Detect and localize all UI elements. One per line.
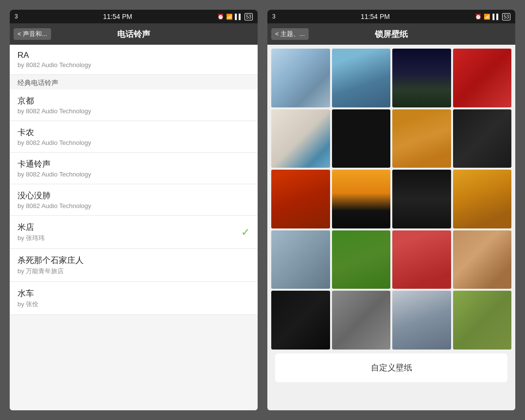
status-time: 11:54 PM: [103, 13, 132, 20]
right-nav-bar: < 主题、... 锁屏壁纸: [267, 23, 515, 45]
item-title: 水车: [18, 288, 38, 299]
status-right: ⏰ 📶 ▌▌ 53: [475, 13, 510, 20]
signal-number: 3: [272, 13, 276, 20]
wallpaper-grid-container[interactable]: 自定义壁纸: [267, 45, 515, 410]
wifi-icon: 📶: [484, 14, 490, 20]
item-title: 卡农: [18, 127, 91, 138]
item-title: 米店: [18, 222, 45, 233]
wallpaper-grid: [271, 49, 511, 350]
signal-number: 3: [15, 13, 18, 20]
wallpaper-item[interactable]: [332, 109, 391, 168]
wallpaper-item[interactable]: [392, 170, 451, 228]
section-title: 经典电话铃声: [18, 79, 58, 87]
list-item[interactable]: 卡通铃声 by 8082 Audio Technology: [10, 153, 258, 184]
left-phone: 3 11:54 PM ⏰ 📶 ▌▌ 53 < 声音和... 电话铃声 RA by…: [10, 10, 258, 410]
screen-wrapper: 3 11:54 PM ⏰ 📶 ▌▌ 53 < 声音和... 电话铃声 RA by…: [0, 0, 525, 420]
battery-indicator: 53: [502, 13, 510, 20]
wallpaper-item[interactable]: [271, 291, 330, 350]
item-subtitle: by 张玮玮: [18, 234, 45, 243]
left-back-button[interactable]: < 声音和...: [14, 28, 51, 40]
wallpaper-item[interactable]: [392, 230, 451, 289]
wallpaper-item[interactable]: [332, 170, 391, 228]
left-status-bar: 3 11:54 PM ⏰ 📶 ▌▌ 53: [10, 10, 258, 23]
list-item[interactable]: 水车 by 张佺: [10, 282, 258, 315]
left-nav-title: 电话铃声: [117, 29, 150, 40]
left-nav-bar: < 声音和... 电话铃声: [10, 23, 258, 45]
wallpaper-item[interactable]: [392, 49, 451, 107]
list-item[interactable]: 没心没肺 by 8082 Audio Technology: [10, 184, 258, 216]
list-item-selected[interactable]: 米店 by 张玮玮 ✓: [10, 216, 258, 249]
right-back-button[interactable]: < 主题、...: [271, 28, 309, 40]
wallpaper-item[interactable]: [453, 230, 512, 289]
status-left: 3: [15, 13, 18, 20]
battery-indicator: 53: [245, 13, 253, 20]
item-title: 卡通铃声: [18, 158, 91, 170]
status-left: 3: [272, 13, 276, 20]
item-title: RA: [18, 51, 91, 60]
wallpaper-item[interactable]: [332, 49, 391, 107]
ringtone-list[interactable]: RA by 8082 Audio Technology 经典电话铃声 京都 by…: [10, 45, 258, 410]
status-time: 11:54 PM: [361, 13, 390, 20]
wallpaper-item[interactable]: [453, 109, 512, 168]
right-nav-title: 锁屏壁纸: [375, 29, 408, 40]
item-subtitle: by 8082 Audio Technology: [18, 139, 91, 146]
wifi-icon: 📶: [226, 14, 233, 20]
wallpaper-item[interactable]: [332, 230, 391, 289]
signal-icon: ▌▌: [235, 14, 243, 19]
wallpaper-item[interactable]: [271, 49, 330, 107]
item-title: 没心没肺: [18, 190, 91, 201]
right-status-bar: 3 11:54 PM ⏰ 📶 ▌▌ 53: [267, 10, 515, 23]
alarm-icon: ⏰: [475, 14, 482, 20]
wallpaper-item[interactable]: [453, 170, 512, 228]
item-subtitle: by 8082 Audio Technology: [18, 107, 91, 115]
item-subtitle: by 8082 Audio Technology: [18, 202, 91, 210]
wallpaper-item[interactable]: [392, 291, 451, 350]
signal-icon: ▌▌: [492, 14, 500, 19]
wallpaper-item[interactable]: [453, 291, 512, 350]
item-title: 杀死那个石家庄人: [18, 255, 84, 266]
item-subtitle: by 8082 Audio Technology: [18, 61, 91, 69]
list-item[interactable]: 杀死那个石家庄人 by 万能青年旅店: [10, 249, 258, 282]
checkmark-icon: ✓: [241, 226, 250, 239]
section-header: 经典电话铃声: [10, 75, 258, 89]
wallpaper-item[interactable]: [392, 109, 451, 168]
list-item[interactable]: RA by 8082 Audio Technology: [10, 45, 258, 75]
list-item[interactable]: 卡农 by 8082 Audio Technology: [10, 121, 258, 153]
item-subtitle: by 万能青年旅店: [18, 267, 84, 276]
status-right: ⏰ 📶 ▌▌ 53: [217, 13, 253, 20]
custom-wallpaper-button[interactable]: 自定义壁纸: [275, 353, 508, 382]
item-subtitle: by 8082 Audio Technology: [18, 171, 91, 178]
right-phone: 3 11:54 PM ⏰ 📶 ▌▌ 53 < 主题、... 锁屏壁纸: [267, 10, 515, 410]
wallpaper-item[interactable]: [453, 49, 512, 107]
list-item[interactable]: 京都 by 8082 Audio Technology: [10, 89, 258, 121]
wallpaper-item[interactable]: [332, 291, 391, 350]
wallpaper-item[interactable]: [271, 230, 330, 289]
item-title: 京都: [18, 95, 91, 106]
wallpaper-item[interactable]: [271, 170, 330, 228]
wallpaper-item[interactable]: [271, 109, 330, 168]
alarm-icon: ⏰: [217, 14, 224, 20]
item-subtitle: by 张佺: [18, 300, 38, 309]
